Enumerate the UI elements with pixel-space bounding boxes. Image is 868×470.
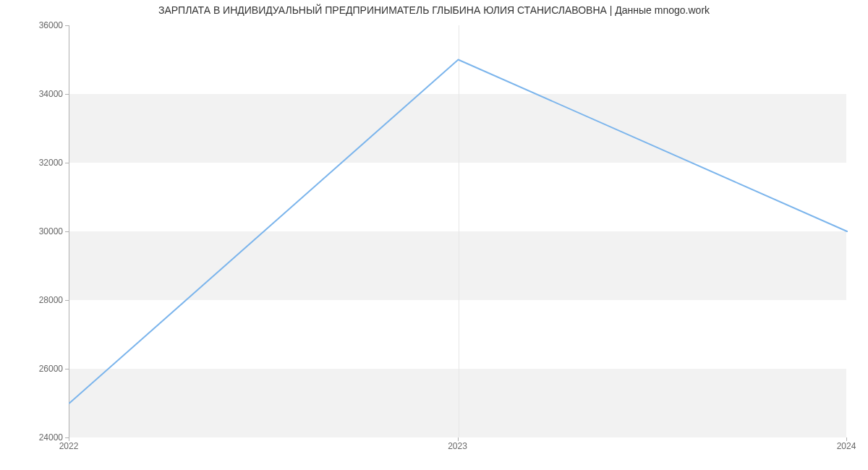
x-tick-mark: [846, 437, 847, 441]
chart-title: ЗАРПЛАТА В ИНДИВИДУАЛЬНЫЙ ПРЕДПРИНИМАТЕЛ…: [0, 4, 868, 16]
x-tick-mark: [458, 437, 459, 441]
y-tick-label: 26000: [20, 364, 63, 374]
x-tick-label: 2022: [59, 441, 79, 451]
y-tick-label: 24000: [20, 432, 63, 443]
x-tick-mark: [69, 437, 69, 441]
y-tick-label: 32000: [20, 158, 63, 168]
y-tick-label: 28000: [20, 295, 63, 305]
series-layer: [69, 25, 847, 437]
x-tick-label: 2023: [448, 441, 467, 451]
x-tick-label: 2024: [837, 441, 856, 451]
y-tick-label: 30000: [20, 226, 63, 236]
y-tick-label: 36000: [20, 20, 63, 30]
y-tick-label: 34000: [20, 89, 63, 99]
salary-series-line: [69, 60, 847, 403]
plot-area: [69, 25, 846, 437]
salary-line-chart: ЗАРПЛАТА В ИНДИВИДУАЛЬНЫЙ ПРЕДПРИНИМАТЕЛ…: [0, 0, 868, 470]
